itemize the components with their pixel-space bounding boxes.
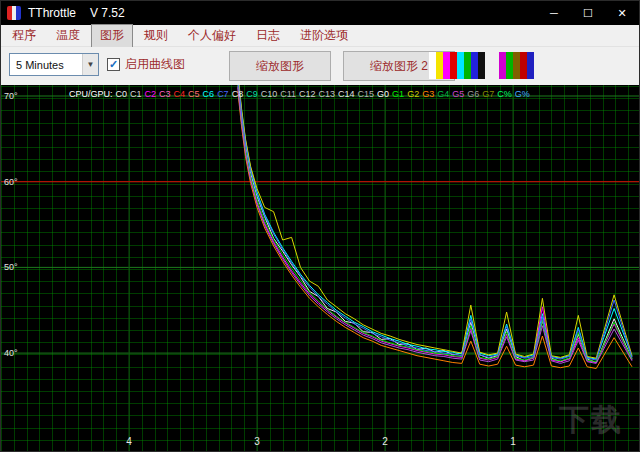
color-bar xyxy=(443,52,450,79)
legend-item-G5: G5 xyxy=(452,89,464,99)
color-bar xyxy=(429,52,436,79)
svg-text:70°: 70° xyxy=(4,91,18,101)
curve-checkbox[interactable] xyxy=(107,58,120,71)
curve-checkbox-group: 启用曲线图 xyxy=(107,56,185,73)
legend-item-G2: G2 xyxy=(407,89,419,99)
color-bar xyxy=(527,52,534,79)
color-legend-strip xyxy=(429,52,534,79)
series-G2 xyxy=(238,85,632,358)
maximize-button[interactable]: ☐ xyxy=(571,1,605,25)
legend-item-G6: G6 xyxy=(467,89,479,99)
color-bar xyxy=(464,52,471,79)
legend-item-C9: C9 xyxy=(246,89,258,99)
interval-select[interactable]: 5 Minutes ▼ xyxy=(9,53,99,76)
color-bar xyxy=(513,52,520,79)
series-C7 xyxy=(238,85,632,360)
legend-item-G1: G1 xyxy=(392,89,404,99)
close-button[interactable]: ✕ xyxy=(605,1,639,25)
minimize-button[interactable]: ─ xyxy=(537,1,571,25)
color-bar xyxy=(492,52,499,79)
series-C2 xyxy=(238,86,632,363)
toolbar: 5 Minutes ▼ 启用曲线图 缩放图形 缩放图形 2 xyxy=(1,47,639,85)
legend-item-C12: C12 xyxy=(299,89,316,99)
legend-item-C10: C10 xyxy=(261,89,278,99)
color-bar xyxy=(436,52,443,79)
legend-item-G%: G% xyxy=(515,89,530,99)
tab-个人偏好[interactable]: 个人偏好 xyxy=(179,24,245,48)
legend-item-C3: C3 xyxy=(159,89,171,99)
svg-text:60°: 60° xyxy=(4,177,18,187)
color-bar xyxy=(506,52,513,79)
app-version: V 7.52 xyxy=(90,6,125,20)
interval-select-value: 5 Minutes xyxy=(16,59,64,71)
series-C6 xyxy=(238,85,632,359)
series-G5 xyxy=(238,87,632,363)
svg-text:4: 4 xyxy=(126,436,132,447)
legend-item-C7: C7 xyxy=(217,89,229,99)
legend-item-C8: C8 xyxy=(232,89,244,99)
svg-text:1: 1 xyxy=(510,436,516,447)
legend-item-C11: C11 xyxy=(280,89,296,99)
legend-item-C14: C14 xyxy=(338,89,355,99)
curve-checkbox-label: 启用曲线图 xyxy=(125,56,185,73)
chart-legend: CPU/GPU:C0C1C2C3C4C5C6C7C8C9C10C11C12C13… xyxy=(69,89,533,99)
color-bar xyxy=(450,52,457,79)
tab-程序[interactable]: 程序 xyxy=(3,24,45,48)
tab-进阶选项[interactable]: 进阶选项 xyxy=(291,24,357,48)
zoom-graph-button[interactable]: 缩放图形 xyxy=(229,51,331,81)
series-G3 xyxy=(238,91,632,369)
legend-item-C13: C13 xyxy=(319,89,336,99)
svg-text:40°: 40° xyxy=(4,348,18,358)
color-bar xyxy=(457,52,464,79)
color-bar xyxy=(499,52,506,79)
tab-规则[interactable]: 规则 xyxy=(135,24,177,48)
chevron-down-icon: ▼ xyxy=(82,54,98,75)
menu-tabs: 程序温度图形规则个人偏好日志进阶选项 xyxy=(1,25,639,47)
series-C0 xyxy=(238,85,632,362)
legend-item-G0: G0 xyxy=(377,89,389,99)
app-title: TThrottle xyxy=(28,6,76,20)
tab-图形[interactable]: 图形 xyxy=(91,24,133,48)
series-G1 xyxy=(238,85,632,362)
legend-item-C5: C5 xyxy=(188,89,200,99)
tab-温度[interactable]: 温度 xyxy=(47,24,89,48)
legend-item-C4: C4 xyxy=(174,89,186,99)
legend-item-C1: C1 xyxy=(130,89,142,99)
legend-item-G7: G7 xyxy=(482,89,494,99)
svg-text:3: 3 xyxy=(254,436,260,447)
legend-item-C6: C6 xyxy=(203,89,215,99)
legend-item-C%: C% xyxy=(497,89,512,99)
legend-item-G3: G3 xyxy=(422,89,434,99)
color-bar xyxy=(471,52,478,79)
temperature-chart: CPU/GPU:C0C1C2C3C4C5C6C7C8C9C10C11C12C13… xyxy=(1,85,640,452)
color-bar xyxy=(520,52,527,79)
legend-item-C2: C2 xyxy=(145,89,157,99)
svg-text:2: 2 xyxy=(382,436,388,447)
legend-item-C0: C0 xyxy=(116,89,128,99)
window-controls: ─ ☐ ✕ xyxy=(537,1,639,25)
svg-text:50°: 50° xyxy=(4,262,18,272)
legend-item-C15: C15 xyxy=(358,89,375,99)
chart-canvas: 70°60°50°40°4321 xyxy=(1,85,640,452)
app-window: TThrottle V 7.52 ─ ☐ ✕ 程序温度图形规则个人偏好日志进阶选… xyxy=(0,0,640,452)
legend-item-G4: G4 xyxy=(437,89,449,99)
legend-prefix: CPU/GPU: xyxy=(69,89,113,99)
tab-日志[interactable]: 日志 xyxy=(247,24,289,48)
color-bar xyxy=(478,52,485,79)
titlebar: TThrottle V 7.52 ─ ☐ ✕ xyxy=(1,1,639,25)
app-icon xyxy=(7,6,21,20)
